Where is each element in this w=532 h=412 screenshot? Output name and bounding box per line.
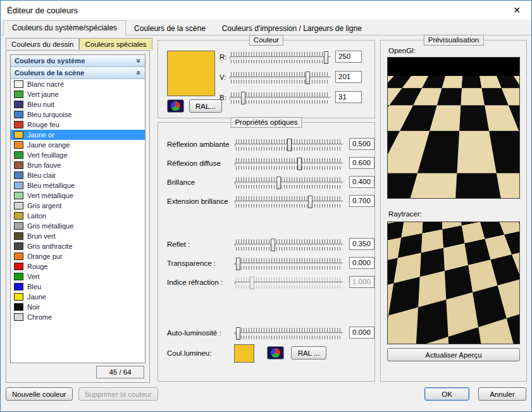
slider-thumb[interactable]	[236, 327, 240, 340]
color-swatch	[14, 91, 23, 98]
new-color-button[interactable]: Nouvelle couleur	[6, 387, 73, 401]
left-buttons: Nouvelle couleur Supprimer la couleur	[6, 387, 158, 401]
optics-slider[interactable]	[234, 157, 344, 171]
optics-value-field[interactable]: 0.000	[349, 257, 374, 269]
slider-thumb[interactable]	[297, 158, 302, 170]
color-list-item[interactable]: Vert	[11, 272, 145, 282]
color-swatch	[14, 202, 23, 209]
color-list-item[interactable]: Gris argent	[11, 201, 145, 211]
color-list-item[interactable]: Rouge	[11, 261, 145, 272]
luminous-ral-button[interactable]: RAL ...	[291, 346, 326, 359]
color-list-item[interactable]: Bleu nuit	[11, 99, 145, 109]
optics-slider[interactable]	[234, 176, 344, 190]
cancel-button[interactable]: Annuler	[478, 387, 526, 401]
color-list-item[interactable]: Jaune or	[11, 130, 145, 140]
close-icon[interactable]: ✕	[502, 1, 531, 20]
channel-slider[interactable]	[229, 51, 331, 65]
slider-groove	[235, 182, 343, 185]
color-list-item[interactable]: Gris métallique	[11, 221, 145, 231]
optics-value-field[interactable]: 1.000	[349, 276, 374, 288]
slider-thumb[interactable]	[250, 277, 254, 289]
color-list-item[interactable]: Rouge feu	[11, 120, 145, 130]
color-swatch	[14, 222, 23, 230]
color-list-item[interactable]: Bleu	[11, 282, 145, 292]
optics-value-field[interactable]: 0.500	[349, 138, 374, 150]
ok-button[interactable]: OK	[424, 387, 469, 401]
slider-thumb[interactable]	[276, 177, 281, 189]
optics-value-field[interactable]: 0.700	[349, 195, 374, 207]
color-swatch	[14, 303, 23, 311]
optics-value-field[interactable]: 0.000	[349, 327, 374, 339]
chevron-down-icon[interactable]: »	[135, 59, 144, 63]
color-name: Orange pur	[27, 253, 63, 260]
color-list-item[interactable]: Laiton	[11, 211, 145, 221]
slider-thumb[interactable]	[306, 72, 310, 84]
color-list-item[interactable]: Jaune orange	[11, 140, 145, 150]
delete-color-button[interactable]: Supprimer la couleur	[78, 387, 158, 401]
optics-slider[interactable]	[234, 195, 344, 209]
slider-thumb[interactable]	[287, 139, 292, 151]
optics-row: Transparence : 0.000	[158, 254, 374, 273]
optics-slider[interactable]	[234, 257, 344, 271]
optics-slider[interactable]	[234, 327, 344, 340]
subtab[interactable]: Couleurs spéciales	[79, 38, 152, 49]
color-list-item[interactable]: Vert jaune	[11, 89, 145, 99]
channel-value-field[interactable]: 201	[335, 71, 362, 83]
color-name: Gris anthracite	[27, 242, 73, 250]
color-name: Laiton	[27, 212, 46, 220]
main-tab-label: Couleurs d'impression / Largeurs de lign…	[222, 24, 362, 33]
slider-thumb[interactable]	[236, 258, 240, 270]
color-list-item[interactable]: Vert feuillage	[11, 150, 145, 160]
ral-button[interactable]: RAL...	[189, 99, 222, 113]
channel-slider[interactable]	[229, 91, 331, 105]
luminous-color-wheel-icon[interactable]	[267, 346, 284, 359]
optics-slider[interactable]	[234, 238, 344, 252]
group-header-label: Couleurs de la scène	[15, 69, 84, 77]
group-header-system-colors[interactable]: Couleurs du système »	[11, 55, 145, 67]
luminous-color-swatch	[234, 344, 254, 363]
slider-thumb[interactable]	[308, 196, 312, 208]
main-tab[interactable]: Couleurs d'impression / Largeurs de lign…	[214, 22, 370, 35]
color-list-item[interactable]: Vert métallique	[11, 190, 145, 201]
chevron-up-icon[interactable]: «	[135, 71, 144, 75]
color-list-item[interactable]: Jaune	[11, 292, 145, 302]
optics-value-field[interactable]: 0.350	[349, 238, 374, 250]
color-list-item[interactable]: Orange pur	[11, 251, 145, 261]
color-list-item[interactable]: Brun fauve	[11, 160, 145, 170]
color-list-item[interactable]: Noir	[11, 302, 145, 312]
main-tab[interactable]: Couleurs de la scène	[126, 22, 214, 35]
group-header-scene-colors[interactable]: Couleurs de la scène «	[11, 67, 145, 79]
color-list-item[interactable]: Bleu clair	[11, 170, 145, 180]
slider-thumb[interactable]	[271, 239, 275, 251]
color-list-item[interactable]: Brun vert	[11, 231, 145, 241]
channel-label: R:	[220, 53, 227, 61]
optics-label: Reflet :	[167, 240, 190, 248]
channel-value-field[interactable]: 31	[335, 91, 362, 103]
color-name: Gris métallique	[27, 222, 73, 230]
optics-slider[interactable]	[234, 276, 344, 290]
slider-thumb[interactable]	[241, 92, 245, 104]
optics-slider[interactable]	[234, 138, 344, 152]
color-list-item[interactable]: Bleu métallique	[11, 180, 145, 190]
opengl-preview	[387, 57, 520, 199]
color-list-item[interactable]: Blanc nacré	[11, 79, 145, 89]
subtab[interactable]: Couleurs du dessin	[6, 38, 79, 49]
optics-value-field[interactable]: 0.600	[349, 157, 374, 169]
optical-properties-group: Propriétés optiques Réflexion ambiante 0…	[158, 122, 375, 382]
luminous-color-label: Coul.lumineu:	[167, 349, 211, 357]
optics-value-field[interactable]: 0.400	[349, 176, 374, 188]
refresh-preview-button[interactable]: Actualiser Aperçu	[387, 348, 520, 361]
color-list-item[interactable]: Gris anthracite	[11, 241, 145, 251]
color-list-item[interactable]: Chrome	[11, 312, 145, 322]
slider-thumb[interactable]	[324, 51, 328, 64]
color-list[interactable]: Couleurs du système » Couleurs de la scè…	[10, 54, 145, 363]
color-name: Bleu nuit	[27, 101, 54, 108]
color-swatch	[14, 253, 23, 260]
channel-slider[interactable]	[229, 71, 331, 85]
preview-sphere	[424, 97, 485, 158]
color-wheel-icon[interactable]	[167, 99, 184, 113]
color-list-item[interactable]: Bleu turquoise	[11, 109, 145, 120]
main-tab[interactable]: Couleurs du système/spéciales	[3, 20, 126, 35]
channel-value-field[interactable]: 250	[335, 51, 362, 63]
color-name: Bleu clair	[27, 172, 56, 179]
